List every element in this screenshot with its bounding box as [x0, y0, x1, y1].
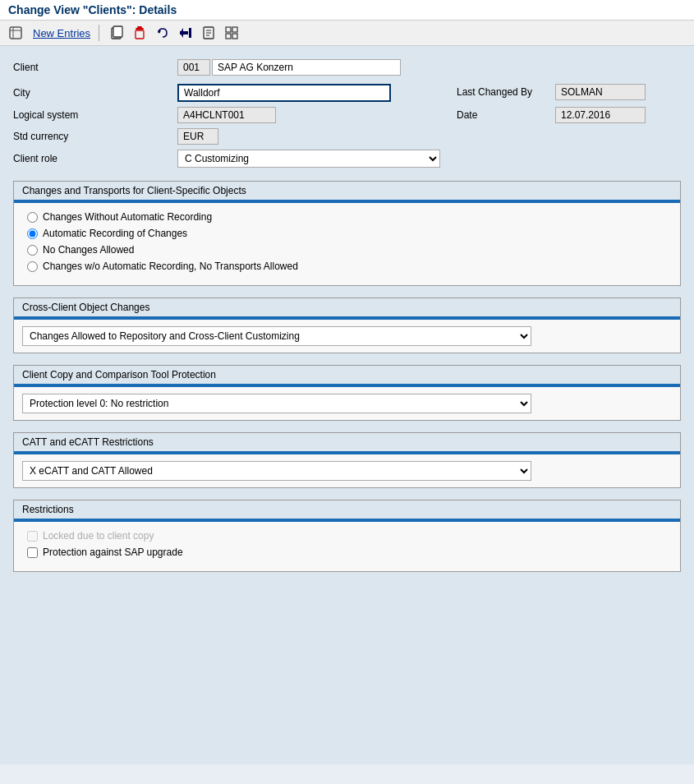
- back-icon[interactable]: [177, 24, 195, 42]
- locked-client-copy-label: Locked due to client copy: [43, 530, 154, 542]
- catt-header: CATT and eCATT Restrictions: [14, 433, 680, 453]
- radio-no-changes[interactable]: [27, 245, 38, 256]
- std-currency-label: Std currency: [13, 131, 177, 142]
- client-role-select[interactable]: C Customizing D Customizing and Developm…: [177, 150, 440, 168]
- title-bar: Change View "Clients": Details: [0, 0, 694, 21]
- main-content: Client City Logical system Std currency: [0, 46, 694, 764]
- radio-row-1: Automatic Recording of Changes: [27, 228, 667, 239]
- toolbar-separator: [99, 25, 99, 41]
- radio-automatic-recording-label: Automatic Recording of Changes: [43, 228, 187, 239]
- svg-rect-19: [232, 34, 237, 39]
- svg-rect-0: [10, 27, 21, 39]
- checkbox-row-1: Protection against SAP upgrade: [27, 546, 667, 558]
- city-row: City: [13, 84, 440, 102]
- grid-icon[interactable]: [223, 24, 241, 42]
- new-entries-button[interactable]: New Entries: [33, 27, 90, 39]
- copy-protection-body: Protection level 0: No restriction Prote…: [14, 387, 680, 420]
- city-label: City: [13, 87, 177, 99]
- toolbar: New Entries: [0, 21, 694, 46]
- std-currency-row: Std currency: [13, 128, 440, 145]
- radio-changes-without[interactable]: [27, 212, 38, 223]
- transports-section: Changes and Transports for Client-Specif…: [13, 181, 681, 286]
- client-number-field[interactable]: [177, 59, 210, 76]
- radio-row-0: Changes Without Automatic Recording: [27, 211, 667, 223]
- cross-client-body: Changes Allowed to Repository and Cross-…: [14, 320, 680, 353]
- copy-protection-select[interactable]: Protection level 0: No restriction Prote…: [22, 394, 531, 413]
- catt-section: CATT and eCATT Restrictions X eCATT and …: [13, 432, 681, 488]
- svg-marker-10: [180, 28, 183, 38]
- restrictions-body: Locked due to client copy Protection aga…: [14, 522, 680, 571]
- transports-section-header: Changes and Transports for Client-Specif…: [14, 182, 680, 201]
- client-label: Client: [13, 62, 177, 73]
- undo-icon[interactable]: [154, 24, 172, 42]
- protection-sap-upgrade-label: Protection against SAP upgrade: [43, 546, 183, 558]
- delete-icon[interactable]: [131, 24, 149, 42]
- city-field[interactable]: [177, 84, 391, 102]
- radio-changes-no-transports[interactable]: [27, 261, 38, 272]
- radio-automatic-recording[interactable]: [27, 228, 38, 239]
- svg-rect-11: [189, 28, 191, 38]
- logical-system-row: Logical system: [13, 107, 440, 123]
- svg-rect-4: [113, 26, 122, 37]
- transports-section-body: Changes Without Automatic Recording Auto…: [14, 203, 680, 285]
- svg-rect-5: [136, 28, 144, 30]
- copy-protection-section: Client Copy and Comparison Tool Protecti…: [13, 365, 681, 421]
- svg-rect-7: [136, 30, 144, 39]
- svg-rect-18: [226, 34, 231, 39]
- page-title: Change View "Clients": Details: [8, 3, 177, 16]
- std-currency-field[interactable]: [177, 128, 218, 145]
- radio-row-2: No Changes Allowed: [27, 244, 667, 256]
- svg-rect-6: [137, 26, 142, 28]
- radio-row-3: Changes w/o Automatic Recording, No Tran…: [27, 261, 667, 272]
- catt-select[interactable]: X eCATT and CATT Allowed eCATT and CATT …: [22, 461, 531, 481]
- copy-protection-header: Client Copy and Comparison Tool Protecti…: [14, 366, 680, 385]
- svg-rect-17: [232, 27, 237, 32]
- radio-changes-no-transports-label: Changes w/o Automatic Recording, No Tran…: [43, 261, 298, 272]
- client-name-field[interactable]: [212, 59, 401, 76]
- last-changed-by-field: [555, 84, 646, 100]
- restrictions-header: Restrictions: [14, 500, 680, 520]
- cross-client-select[interactable]: Changes Allowed to Repository and Cross-…: [22, 326, 531, 346]
- cross-client-header: Cross-Client Object Changes: [14, 298, 680, 318]
- radio-no-changes-label: No Changes Allowed: [43, 244, 134, 256]
- svg-rect-16: [226, 27, 231, 32]
- catt-body: X eCATT and CATT Allowed eCATT and CATT …: [14, 454, 680, 487]
- radio-changes-without-label: Changes Without Automatic Recording: [43, 211, 212, 223]
- restrictions-section: Restrictions Locked due to client copy P…: [13, 500, 681, 572]
- logical-system-field[interactable]: [177, 107, 276, 123]
- settings-icon[interactable]: [7, 24, 25, 42]
- checkbox-row-0: Locked due to client copy: [27, 530, 667, 542]
- locked-client-copy-checkbox[interactable]: [27, 531, 38, 542]
- copy-icon[interactable]: [108, 24, 126, 42]
- client-role-row: Client role C Customizing D Customizing …: [13, 150, 440, 168]
- last-changed-by-row: Last Changed By: [457, 84, 687, 100]
- logical-system-label: Logical system: [13, 109, 177, 121]
- export-icon[interactable]: [200, 24, 218, 42]
- date-field: [555, 107, 646, 123]
- last-changed-by-label: Last Changed By: [457, 86, 555, 98]
- date-row: Date: [457, 107, 687, 123]
- cross-client-section: Cross-Client Object Changes Changes Allo…: [13, 297, 681, 353]
- client-role-label: Client role: [13, 153, 177, 164]
- date-label: Date: [457, 109, 555, 121]
- protection-sap-upgrade-checkbox[interactable]: [27, 547, 38, 558]
- client-row: Client: [13, 59, 681, 76]
